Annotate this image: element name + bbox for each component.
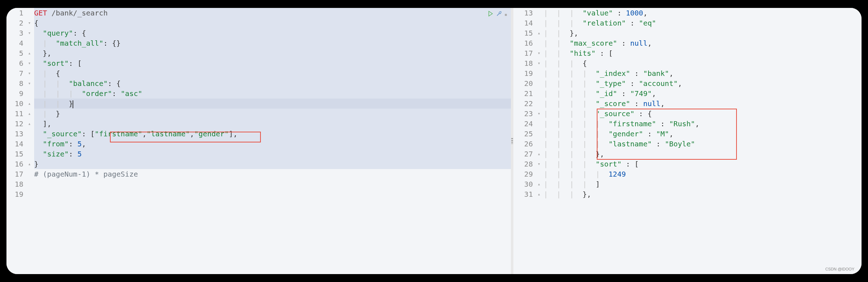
code-line[interactable]: | | "hits" : [ bbox=[544, 48, 862, 58]
pane-splitter[interactable] bbox=[511, 8, 513, 274]
code-line[interactable]: "sort": [ bbox=[34, 58, 511, 68]
code-line[interactable]: | | | }, bbox=[544, 189, 862, 199]
code-line-active[interactable]: | | } bbox=[34, 99, 511, 109]
code-line[interactable]: | | | { bbox=[544, 58, 862, 68]
code-line[interactable]: GET /bank/_search bbox=[34, 8, 511, 18]
code-line[interactable] bbox=[34, 179, 511, 189]
code-line[interactable]: | } bbox=[34, 109, 511, 119]
run-icon[interactable] bbox=[487, 10, 494, 19]
code-line[interactable]: "query": { bbox=[34, 28, 511, 38]
code-line[interactable]: "from": 5, bbox=[34, 139, 511, 149]
code-line[interactable]: | | | | "_type" : "account", bbox=[544, 78, 862, 88]
code-line[interactable]: { bbox=[34, 18, 511, 28]
collapse-icon[interactable]: ▪ bbox=[504, 12, 507, 17]
code-line[interactable]: | | "balance": { bbox=[34, 78, 511, 88]
response-pane: 13 14 15 16 17 18 19 20 21 22 23 24 25 2… bbox=[513, 8, 862, 274]
code-line[interactable]: | | | | | "lastname" : "Boyle" bbox=[544, 139, 862, 149]
fold-column-right[interactable]: ▴ ▾ ▾ ▾ ▴ ▾ ▴ ▴ bbox=[536, 8, 542, 274]
code-line[interactable]: }, bbox=[34, 48, 511, 58]
code-line[interactable]: "size": 5 bbox=[34, 149, 511, 159]
request-code[interactable]: ▪ GET /bank/_search { "query": { | "matc… bbox=[33, 8, 511, 274]
code-line[interactable]: | | | | "_score" : null, bbox=[544, 99, 862, 109]
code-line[interactable]: | | }, bbox=[544, 28, 862, 38]
code-line[interactable]: | | "max_score" : null, bbox=[544, 38, 862, 48]
editor-container: 1 2 3 4 5 6 7 8 9 10 11 12 13 14 15 16 1… bbox=[6, 8, 862, 274]
line-gutter-right: 13 14 15 16 17 18 19 20 21 22 23 24 25 2… bbox=[513, 8, 536, 274]
wrench-icon[interactable] bbox=[496, 10, 502, 19]
code-line[interactable]: | | | | | "firstname" : "Rush", bbox=[544, 119, 862, 129]
code-line[interactable]: "_source": ["firstname","lastname","gend… bbox=[34, 129, 511, 139]
code-line[interactable]: | | | | "_source" : { bbox=[544, 109, 862, 119]
code-line[interactable]: ], bbox=[34, 119, 511, 129]
code-line[interactable]: | | | | ] bbox=[544, 179, 862, 189]
code-line[interactable]: | | | "value" : 1000, bbox=[544, 8, 862, 18]
code-line[interactable]: | | | | "_index" : "bank", bbox=[544, 68, 862, 78]
response-code[interactable]: | | | "value" : 1000, | | | "relation" :… bbox=[542, 8, 862, 274]
code-line[interactable]: | "match_all": {} bbox=[34, 38, 511, 48]
code-line[interactable] bbox=[34, 189, 511, 199]
code-line[interactable]: | { bbox=[34, 68, 511, 78]
action-toolbar: ▪ bbox=[487, 10, 507, 19]
fold-column-left[interactable]: ▾ ▾ ▴ ▾ ▾ ▾ ▴ ▴ ▴ ▴ bbox=[26, 8, 33, 274]
code-line[interactable]: | | | "relation" : "eq" bbox=[544, 18, 862, 28]
request-pane: 1 2 3 4 5 6 7 8 9 10 11 12 13 14 15 16 1… bbox=[6, 8, 511, 274]
code-line[interactable]: | | | | }, bbox=[544, 149, 862, 159]
code-line[interactable]: | | | "order": "asc" bbox=[34, 88, 511, 99]
line-gutter-left: 1 2 3 4 5 6 7 8 9 10 11 12 13 14 15 16 1… bbox=[6, 8, 26, 274]
code-line[interactable]: | | | | | 1249 bbox=[544, 169, 862, 179]
code-line[interactable]: | | | | "sort" : [ bbox=[544, 159, 862, 169]
code-line[interactable]: | | | | "_id" : "749", bbox=[544, 88, 862, 99]
code-line[interactable]: # (pageNum-1) * pageSize bbox=[34, 169, 511, 179]
watermark-label: CSDN @IDOOY bbox=[825, 267, 854, 271]
code-line[interactable]: | | | | | "gender" : "M", bbox=[544, 129, 862, 139]
code-line[interactable]: } bbox=[34, 159, 511, 169]
